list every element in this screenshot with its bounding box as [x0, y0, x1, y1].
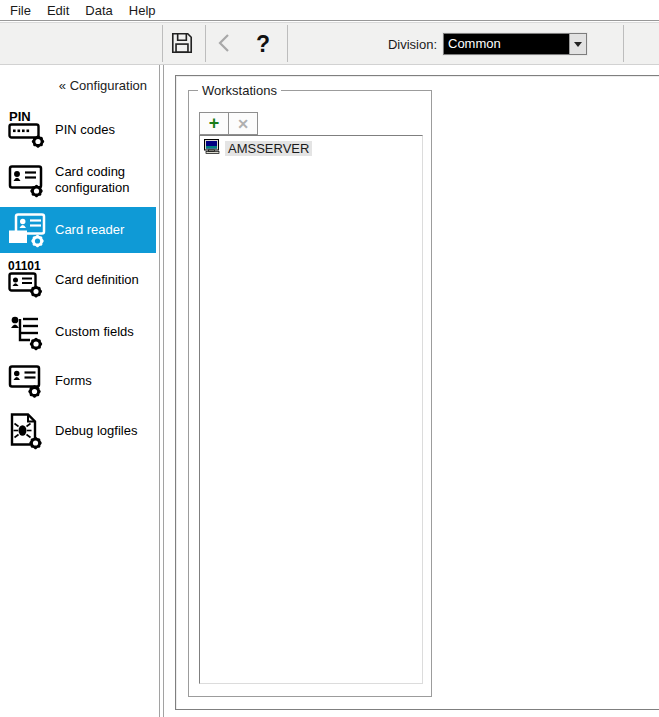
menu-item-edit[interactable]: Edit: [39, 1, 77, 20]
delete-workstation-button[interactable]: ✕: [228, 112, 258, 135]
division-label: Division:: [355, 37, 437, 52]
workstation-list-item[interactable]: AMSSERVER: [200, 136, 422, 159]
debug-logfiles-icon: [8, 411, 48, 451]
menu-bar: FileEditDataHelp: [0, 0, 659, 20]
workstations-toolbar: + ✕: [199, 112, 258, 135]
back-button[interactable]: [210, 29, 240, 59]
card-reader-icon: [8, 210, 48, 250]
sidebar-item-label: Custom fields: [55, 324, 138, 340]
toolbar-separator: [623, 25, 624, 62]
app-window: FileEditDataHelp ? Divisio: [0, 0, 659, 717]
sidebar-item-label: Forms: [55, 373, 96, 389]
svg-text:PIN: PIN: [9, 110, 31, 124]
combobox-dropdown-button[interactable]: [569, 34, 586, 54]
sidebar-item-card-coding-configuration[interactable]: Card coding configuration: [0, 156, 156, 204]
sidebar-item-pin-codes[interactable]: PINPIN codes: [0, 106, 156, 154]
save-button[interactable]: [167, 29, 197, 59]
toolbar-separator: [205, 25, 206, 62]
help-button[interactable]: ?: [248, 29, 278, 59]
toolbar-separator: [162, 25, 163, 62]
sidebar-item-label: Card reader: [55, 222, 128, 238]
pin-codes-icon: PIN: [8, 110, 48, 150]
chevron-left-icon: [213, 31, 237, 58]
workstations-groupbox-title: Workstations: [198, 83, 281, 98]
sidebar-header-configuration[interactable]: « Configuration: [0, 78, 160, 93]
workstation-name: AMSSERVER: [225, 141, 312, 156]
sidebar-divider: [159, 65, 164, 717]
sidebar-item-custom-fields[interactable]: Custom fields: [0, 308, 156, 356]
forms-icon: [8, 361, 48, 401]
card-coding-configuration-icon: [8, 160, 48, 200]
sidebar-item-label: Debug logfiles: [55, 423, 141, 439]
sidebar-item-debug-logfiles[interactable]: Debug logfiles: [0, 407, 156, 455]
sidebar: « Configuration PINPIN codesCard coding …: [0, 65, 160, 717]
division-select[interactable]: Common: [443, 33, 587, 55]
custom-fields-icon: [8, 312, 48, 352]
division-selected-value: Common: [444, 34, 569, 54]
sidebar-item-forms[interactable]: Forms: [0, 357, 156, 405]
chevron-down-icon: [574, 42, 582, 47]
sidebar-item-label: Card coding configuration: [55, 164, 156, 195]
toolbar-separator: [287, 25, 288, 62]
save-floppy-icon: [169, 30, 195, 59]
add-workstation-button[interactable]: +: [199, 112, 229, 135]
workstations-listbox[interactable]: AMSSERVER: [199, 135, 423, 684]
workstation-computer-icon: [204, 139, 221, 158]
sidebar-item-label: Card definition: [55, 272, 143, 288]
menu-item-help[interactable]: Help: [121, 1, 164, 20]
sidebar-item-card-reader[interactable]: Card reader: [0, 207, 156, 253]
delete-x-icon: ✕: [237, 117, 249, 131]
svg-text:01101: 01101: [8, 260, 41, 273]
toolbar: ? Division: Common: [0, 23, 659, 65]
sidebar-item-label: PIN codes: [55, 122, 119, 138]
help-question-icon: ?: [256, 33, 270, 56]
plus-icon: +: [209, 114, 220, 132]
sidebar-item-card-definition[interactable]: 01101Card definition: [0, 256, 156, 304]
menu-item-data[interactable]: Data: [77, 1, 120, 20]
menu-item-file[interactable]: File: [2, 1, 39, 20]
card-definition-icon: 01101: [8, 260, 48, 300]
